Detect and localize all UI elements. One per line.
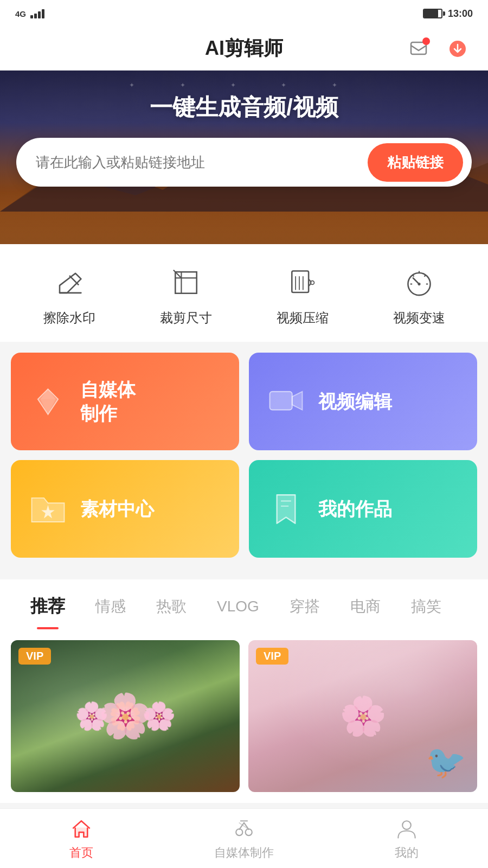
app-title: AI剪辑师 <box>205 35 283 62</box>
status-bar: 4G 13:00 <box>0 0 488 27</box>
compress-icon <box>284 264 322 302</box>
feature-card-material[interactable]: 素材中心 <box>11 460 239 558</box>
folder-star-icon <box>26 487 69 531</box>
feature-card-works[interactable]: 我的作品 <box>249 460 477 558</box>
hero-banner: 一键生成音频/视频 粘贴链接 <box>0 71 488 244</box>
tab-funny[interactable]: 搞笑 <box>396 596 457 628</box>
nav-profile[interactable]: 我的 <box>374 816 439 861</box>
time-label: 13:00 <box>448 8 473 20</box>
tab-recommend[interactable]: 推荐 <box>15 595 80 629</box>
svg-rect-17 <box>269 391 292 410</box>
category-tabs: 推荐 情感 热歌 VLOG 穿搭 电商 搞笑 <box>0 579 488 629</box>
scissors-icon <box>232 816 256 841</box>
crop-icon <box>167 264 205 302</box>
content-grid: 🌸 VIP 🌸 🐦 VIP <box>0 629 488 803</box>
vip-badge-2: VIP <box>256 648 288 665</box>
feature-card-video[interactable]: 视频编辑 <box>249 353 477 450</box>
svg-point-11 <box>418 283 420 285</box>
tool-crop-label: 裁剪尺寸 <box>160 309 212 327</box>
svg-line-14 <box>413 275 414 277</box>
feature-material-label: 素材中心 <box>80 497 154 521</box>
nav-media-label: 自媒体制作 <box>214 845 274 861</box>
person-icon <box>394 816 419 841</box>
tab-vlog[interactable]: VLOG <box>202 598 274 626</box>
feature-grid: 自媒体 制作 视频编辑 素材中心 我的作品 <box>0 342 488 569</box>
nav-home-label: 首页 <box>69 845 93 861</box>
feature-card-media[interactable]: 自媒体 制作 <box>11 353 239 450</box>
eraser-icon <box>50 264 88 302</box>
signal-icon <box>30 9 44 18</box>
tab-emotion[interactable]: 情感 <box>80 596 141 628</box>
status-right: 13:00 <box>423 8 473 20</box>
hero-title: 一键生成音频/视频 <box>150 92 338 123</box>
tabs-row: 推荐 情感 热歌 VLOG 穿搭 电商 搞笑 <box>15 595 473 629</box>
hero-search-bar: 粘贴链接 <box>16 138 472 187</box>
content-card-1[interactable]: 🌸 VIP <box>11 640 240 792</box>
inbox-button[interactable] <box>404 35 433 63</box>
speed-icon <box>400 264 438 302</box>
tool-crop[interactable]: 裁剪尺寸 <box>153 264 219 327</box>
quick-tools-section: 擦除水印 裁剪尺寸 视频压缩 <box>0 244 488 342</box>
tool-watermark[interactable]: 擦除水印 <box>37 264 102 327</box>
nav-media-create[interactable]: 自媒体制作 <box>211 816 277 861</box>
tab-ecommerce[interactable]: 电商 <box>335 596 396 628</box>
paste-button[interactable]: 粘贴链接 <box>368 143 463 182</box>
url-input[interactable] <box>36 154 368 171</box>
tool-compress-label: 视频压缩 <box>277 309 329 327</box>
nav-profile-label: 我的 <box>395 845 419 861</box>
svg-rect-7 <box>292 271 309 292</box>
header-icons <box>404 35 472 63</box>
tool-compress[interactable]: 视频压缩 <box>270 264 335 327</box>
tool-speed-label: 视频变速 <box>393 309 445 327</box>
battery-icon <box>423 9 442 18</box>
tool-speed[interactable]: 视频变速 <box>387 264 452 327</box>
vip-badge-1: VIP <box>18 648 51 665</box>
nav-home[interactable]: 首页 <box>49 816 114 861</box>
diamond-icon <box>26 380 69 423</box>
status-left: 4G <box>15 9 44 18</box>
app-header: AI剪辑师 <box>0 27 488 71</box>
bottom-nav: 首页 自媒体制作 我的 <box>0 808 488 868</box>
camera-icon <box>264 380 307 423</box>
tab-fashion[interactable]: 穿搭 <box>274 596 335 628</box>
home-icon <box>69 816 94 841</box>
tool-watermark-label: 擦除水印 <box>43 309 95 327</box>
feature-works-label: 我的作品 <box>318 497 392 521</box>
svg-point-27 <box>402 821 411 829</box>
feature-media-label: 自媒体 制作 <box>80 378 136 425</box>
feature-video-label: 视频编辑 <box>318 390 392 413</box>
download-button[interactable] <box>444 35 472 63</box>
bookmark-icon <box>264 487 307 531</box>
notification-dot <box>422 37 430 45</box>
content-card-2[interactable]: 🌸 🐦 VIP <box>248 640 477 792</box>
network-label: 4G <box>15 9 26 18</box>
tab-hot-songs[interactable]: 热歌 <box>141 596 202 628</box>
svg-line-15 <box>424 275 426 277</box>
